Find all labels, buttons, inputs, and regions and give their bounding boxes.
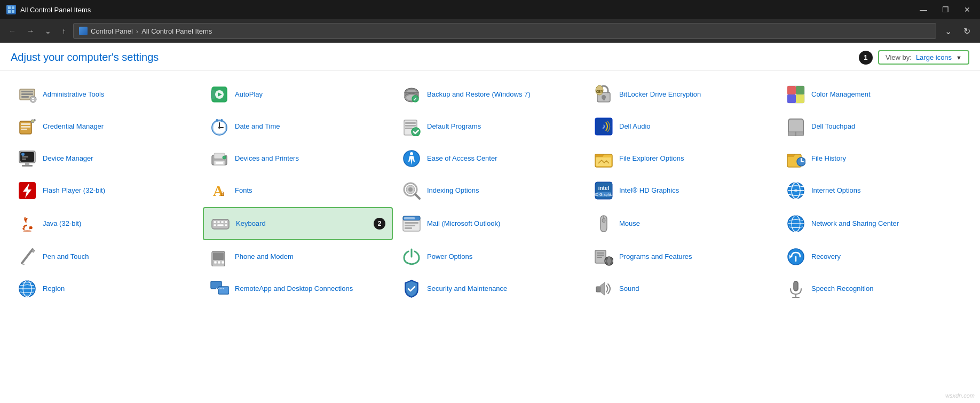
item-file-explorer[interactable]: File Explorer Options [587,143,777,174]
date-time-icon [209,116,230,137]
dell-audio-icon: ♪ [594,116,614,137]
mouse-icon [594,214,614,234]
svg-point-88 [794,189,797,192]
window-title: All Control Panel Items [20,6,91,14]
back-button[interactable]: ← [5,25,19,37]
address-actions: ⌄ ↻ [941,24,975,38]
svg-rect-34 [21,126,30,128]
item-autoplay[interactable]: AutoPlay [203,79,393,110]
grid-row-3: Flash Player (32-bit) A a Fonts [11,175,969,206]
item-pen-touch[interactable]: Pen and Touch [11,241,201,272]
grid-row-4: Java (32-bit) Keyboard 2 [11,207,969,240]
programs-features-icon [594,247,614,267]
svg-rect-126 [612,260,613,262]
mail-label: Mail (Microsoft Outlook) [427,219,579,228]
item-ease-access[interactable]: Ease of Access Center [395,143,585,174]
svg-rect-53 [796,132,803,136]
item-sound[interactable]: Sound [587,273,777,304]
minimize-button[interactable]: — [916,4,930,15]
dropdown-button[interactable]: ⌄ [42,25,54,37]
color-management-icon [786,84,806,105]
svg-point-36 [31,120,34,123]
item-date-time[interactable]: Date and Time [203,111,393,142]
refresh-button[interactable]: ↻ [959,24,975,38]
item-keyboard[interactable]: Keyboard 2 [203,207,393,240]
svg-rect-61 [22,159,26,160]
svg-rect-136 [596,287,600,292]
item-network-sharing[interactable]: Network and Sharing Center [779,207,969,240]
item-dell-audio[interactable]: ♪ Dell Audio [587,111,777,142]
item-internet-options[interactable]: Internet Options [779,175,969,206]
breadcrumb-control-panel[interactable]: Control Panel [91,27,133,35]
item-programs-features[interactable]: Programs and Features [587,241,777,272]
close-button[interactable]: ✕ [961,4,974,15]
backup-restore-icon: ✓ [401,84,422,105]
svg-rect-28 [787,86,796,94]
item-bitlocker[interactable]: KEY BitLocker Drive Encryption [587,79,777,110]
svg-text:✓: ✓ [413,97,417,102]
item-credential-manager[interactable]: Credential Manager [11,111,201,142]
item-mail[interactable]: Mail (Microsoft Outlook) [395,207,585,240]
grid-row-1: Credential Manager Date and Time [11,111,969,142]
network-sharing-icon [786,214,806,234]
svg-point-48 [412,128,420,136]
address-breadcrumb[interactable]: Control Panel › All Control Panel Items [73,23,936,39]
svg-point-59 [21,153,25,156]
view-by-dropdown[interactable]: View by: Large icons ▼ [878,50,969,65]
item-administrative-tools[interactable]: Administrative Tools [11,79,201,110]
item-remoteapp[interactable]: RemoteApp and Desktop Connections [203,273,393,304]
svg-rect-100 [404,217,415,219]
dropdown-action-button[interactable]: ⌄ [941,24,956,38]
mouse-label: Mouse [619,219,771,228]
item-java[interactable]: Java (32-bit) [11,207,201,240]
autoplay-label: AutoPlay [235,90,386,99]
item-power-options[interactable]: Power Options [395,241,585,272]
item-dell-touchpad[interactable]: Dell Touchpad [779,111,969,142]
item-devices-printers[interactable]: Devices and Printers [203,143,393,174]
svg-rect-92 [217,221,220,223]
java-label: Java (32-bit) [43,219,194,228]
autoplay-icon [209,84,230,105]
item-security-maintenance[interactable]: Security and Maintenance [395,273,585,304]
item-color-management[interactable]: Color Management [779,79,969,110]
item-default-programs[interactable]: Default Programs [395,111,585,142]
restore-button[interactable]: ❐ [939,4,952,15]
svg-rect-31 [796,94,804,103]
svg-rect-10 [32,100,34,101]
svg-rect-95 [214,224,216,226]
item-file-history[interactable]: File History [779,143,969,174]
svg-rect-65 [216,162,223,164]
region-label: Region [43,285,194,294]
item-region[interactable]: Region [11,273,201,304]
svg-rect-3 [12,10,14,13]
remoteapp-icon [209,279,230,299]
up-button[interactable]: ↑ [59,25,69,37]
svg-line-110 [22,249,33,263]
window-controls[interactable]: — ❐ ✕ [916,4,974,15]
svg-rect-57 [25,163,29,165]
top-bar: Adjust your computer's settings 1 View b… [0,43,980,70]
power-options-icon [401,247,422,267]
svg-text:intel: intel [598,185,610,191]
item-fonts[interactable]: A a Fonts [203,175,393,206]
item-device-manager[interactable]: Device Manager [11,143,201,174]
item-speech-recognition[interactable]: Speech Recognition [779,273,969,304]
item-flash-player[interactable]: Flash Player (32-bit) [11,175,201,206]
item-indexing[interactable]: Indexing Options [395,175,585,206]
item-phone-modem[interactable]: Phone and Modem [203,241,393,272]
item-intel-graphics[interactable]: intel HD Graphics Intel® HD Graphics [587,175,777,206]
security-maintenance-label: Security and Maintenance [427,285,579,294]
item-recovery[interactable]: Recovery [779,241,969,272]
keyboard-label: Keyboard [236,219,368,228]
item-mouse[interactable]: Mouse [587,207,777,240]
credential-manager-icon [17,116,37,137]
item-backup-restore[interactable]: ✓ Backup and Restore (Windows 7) [395,79,585,110]
forward-button[interactable]: → [23,25,37,37]
breadcrumb-all-items[interactable]: All Control Panel Items [141,27,212,35]
devices-printers-icon [209,148,230,169]
items-grid: Administrative Tools AutoPlay [0,70,980,403]
svg-point-106 [602,218,605,223]
title-bar: All Control Panel Items — ❐ ✕ [0,0,980,19]
date-time-label: Date and Time [235,122,386,131]
speech-recognition-icon [786,279,806,299]
